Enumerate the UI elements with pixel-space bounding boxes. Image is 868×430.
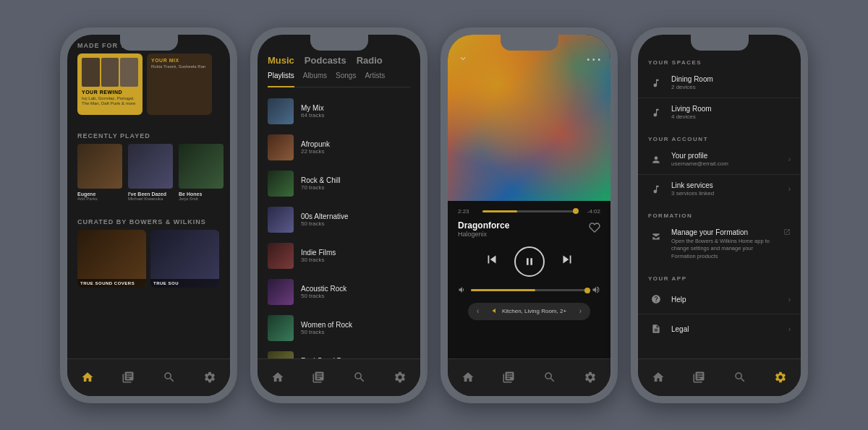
progress-fill	[482, 210, 517, 212]
curated-label-0: TRUE SOUND COVERS	[77, 279, 146, 288]
next-button[interactable]	[559, 251, 575, 271]
progress-thumb	[573, 208, 579, 214]
nav-settings-2[interactable]	[392, 369, 408, 385]
playlist-item-6[interactable]: Women of Rock 50 tracks	[258, 310, 420, 346]
tab-podcasts[interactable]: Podcasts	[305, 55, 346, 66]
rp-item-1[interactable]: I've Been Dazed Michael Kiwanuka	[128, 144, 173, 201]
playlist-item-5[interactable]: Acoustic Rock 50 tracks	[258, 274, 420, 310]
phone-home-screen: MADE FOR YOU YOUR REWIND Ivy Lab, Gormla…	[67, 35, 230, 396]
player-dots-icon[interactable]: •••	[587, 53, 600, 66]
playlist-item-1[interactable]: Afropunk 22 tracks	[258, 129, 420, 165]
room-bar-right-arrow[interactable]: ›	[579, 307, 582, 315]
link-services-item[interactable]: Link services 3 services linked	[638, 175, 801, 204]
heart-button[interactable]	[589, 222, 600, 236]
rp-artist-0: Arlo Parks	[77, 197, 122, 201]
mix-card[interactable]: YOUR MIX Rokia Traoré, Susheela Ran	[147, 53, 212, 115]
nav-settings-1[interactable]	[202, 369, 218, 385]
dining-room-item[interactable]: Dining Room 2 devices	[638, 69, 801, 98]
rp-item-2[interactable]: Be Hones Jorja Smit	[179, 144, 224, 201]
phone-settings-screen: YOUR SPACES Dining Room 2 devices	[638, 35, 801, 396]
prev-button[interactable]	[484, 251, 500, 271]
living-room-title: Living Room	[671, 105, 791, 113]
nav-settings-4[interactable]	[773, 369, 788, 385]
legal-title: Legal	[671, 325, 781, 333]
pl-tracks-4: 30 tracks	[301, 257, 336, 263]
subtab-songs[interactable]: Songs	[336, 72, 356, 82]
pl-name-3: 00s Alternative	[301, 212, 349, 220]
nav-search-1[interactable]	[161, 369, 177, 385]
tab-music[interactable]: Music	[268, 55, 294, 66]
pl-name-5: Acoustic Rock	[301, 285, 346, 293]
pl-info-2: Rock & Chill 70 tracks	[301, 176, 340, 191]
playlist-item-2[interactable]: Rock & Chill 70 tracks	[258, 165, 420, 202]
rp-item-0[interactable]: Eugene Arlo Parks	[77, 144, 122, 201]
volume-thumb	[584, 288, 590, 293]
notch-4	[691, 35, 749, 51]
curated-card-0[interactable]: TRUE SOUND COVERS	[77, 230, 146, 288]
nav-settings-3[interactable]	[582, 369, 598, 385]
profile-item[interactable]: Your profile username@errail.com	[638, 145, 801, 175]
current-time: 2:23	[458, 208, 478, 215]
room-bar[interactable]: ‹ Kitchen, Living Room, 2+ ›	[468, 303, 590, 320]
pl-thumb-5	[268, 279, 294, 305]
sub-tabs: Playlists Albums Songs Artists	[268, 72, 410, 87]
pl-thumb-7	[268, 351, 294, 358]
room-bar-icon	[492, 307, 499, 316]
player-down-icon[interactable]	[458, 53, 468, 66]
playback-controls	[458, 246, 600, 277]
rewind-img-1	[82, 58, 100, 87]
curated-card-1[interactable]: TRUE SOU	[150, 230, 219, 288]
phone-player: ••• 2:23 -4:02 Dragonforce	[441, 27, 618, 403]
nav-home-4[interactable]	[650, 369, 666, 385]
phones-container: MADE FOR YOU YOUR REWIND Ivy Lab, Gormla…	[46, 13, 822, 418]
dining-room-info: Dining Room 2 devices	[671, 75, 791, 90]
recently-played-label: RECENTLY PLAYED	[67, 125, 230, 144]
formation-title: Manage your Formation	[671, 228, 776, 236]
progress-bar[interactable]	[482, 210, 576, 212]
rewind-card[interactable]: YOUR REWIND Ivy Lab, Gormlaz, Portugal. …	[77, 53, 142, 115]
playlist-item-3[interactable]: 00s Alternative 50 tracks	[258, 202, 420, 238]
dining-room-title: Dining Room	[671, 75, 791, 83]
volume-icon	[458, 285, 467, 296]
play-pause-button[interactable]	[514, 246, 545, 277]
pl-tracks-3: 50 tracks	[301, 220, 349, 227]
link-services-info: Link services 3 services linked	[671, 181, 781, 197]
playlist-item-7[interactable]: Feel Good Pop 50 tracks	[258, 346, 420, 358]
nav-library-3[interactable]	[501, 369, 516, 385]
nav-library-2[interactable]	[310, 369, 326, 385]
subtab-albums[interactable]: Albums	[303, 72, 327, 82]
pl-thumb-6	[268, 315, 294, 341]
formation-info: Manage your Formation Open the Bowers & …	[671, 228, 776, 261]
room-bar-left-arrow[interactable]: ‹	[477, 307, 479, 315]
tab-radio[interactable]: Radio	[357, 55, 383, 66]
legal-item[interactable]: Legal	[638, 314, 801, 343]
living-room-item[interactable]: Living Room 4 devices	[638, 98, 801, 127]
your-spaces-label: YOUR SPACES	[638, 53, 801, 69]
profile-chevron	[788, 155, 791, 163]
nav-home-2[interactable]	[270, 369, 286, 385]
help-item[interactable]: Help	[638, 285, 801, 314]
nav-search-4[interactable]	[732, 369, 748, 385]
phone-home: MADE FOR YOU YOUR REWIND Ivy Lab, Gormla…	[60, 27, 237, 403]
playlist-item-4[interactable]: Indie Films 30 tracks	[258, 238, 420, 274]
subtab-artists[interactable]: Artists	[365, 72, 385, 82]
curated-label: CURATED BY BOWERS & WILKINS	[67, 211, 230, 230]
nav-search-3[interactable]	[542, 369, 558, 385]
player-top-bar: •••	[448, 53, 610, 66]
rp-artist-1: Michael Kiwanuka	[128, 197, 173, 201]
phone-playlists: Music Podcasts Radio Playlists Albums So…	[250, 27, 427, 403]
volume-max-icon	[592, 285, 600, 296]
nav-library-1[interactable]	[120, 369, 136, 385]
playlist-item-0[interactable]: My Mix 64 tracks	[258, 93, 420, 129]
pl-tracks-0: 64 tracks	[301, 112, 324, 119]
nav-home-1[interactable]	[80, 369, 95, 385]
formation-item[interactable]: Manage your Formation Open the Bowers & …	[638, 222, 801, 267]
nav-search-2[interactable]	[352, 369, 367, 385]
subtab-playlists[interactable]: Playlists	[268, 72, 294, 87]
nav-library-4[interactable]	[691, 369, 707, 385]
nav-bar-3	[448, 358, 610, 396]
track-details: Dragonforce Halogenix	[458, 220, 509, 238]
volume-bar[interactable]	[471, 289, 587, 291]
nav-home-3[interactable]	[460, 369, 476, 385]
profile-sub: username@errail.com	[671, 160, 781, 167]
